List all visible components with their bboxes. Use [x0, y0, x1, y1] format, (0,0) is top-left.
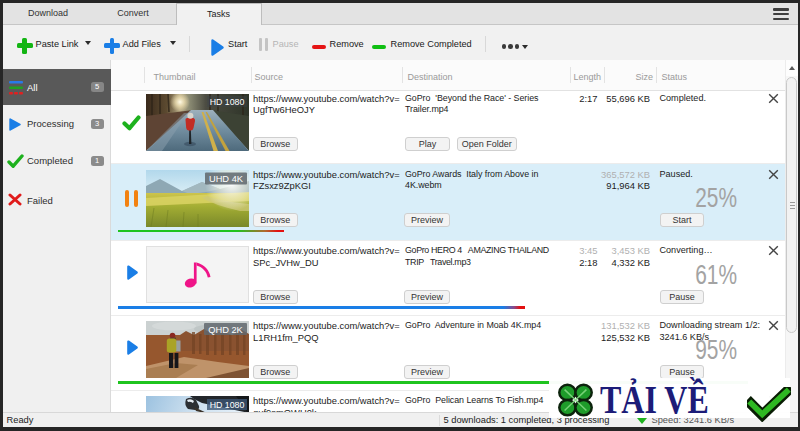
svg-text:HD 1080: HD 1080	[210, 96, 245, 106]
svg-text:QHD 2K: QHD 2K	[208, 325, 243, 335]
svg-text:HD 1080: HD 1080	[210, 400, 245, 410]
svg-text:UHD 4K: UHD 4K	[209, 174, 244, 184]
